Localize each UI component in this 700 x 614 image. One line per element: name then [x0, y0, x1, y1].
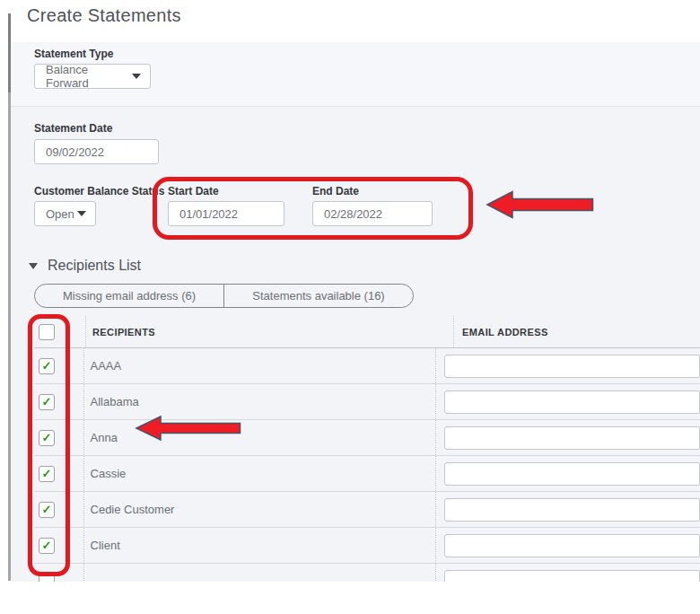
tab-statements-available[interactable]: Statements available (16) — [224, 285, 413, 307]
recipients-table-header: RECIPIENTS EMAIL ADDRESS — [34, 316, 700, 348]
recipient-name: Cedie Customer — [91, 503, 175, 516]
header-email-cell: EMAIL ADDRESS — [454, 316, 700, 347]
email-address-input[interactable] — [444, 498, 700, 522]
row-checkbox[interactable]: ✓ — [39, 430, 55, 446]
recipient-name: Cassie — [91, 467, 127, 480]
start-date-label: Start Date — [168, 185, 219, 197]
row-name-cell: Cedie Customer — [84, 492, 436, 527]
row-email-cell — [436, 564, 700, 582]
row-checkbox[interactable]: ✓ — [39, 394, 55, 410]
customer-balance-status-dropdown[interactable]: Open — [34, 201, 96, 226]
row-email-cell — [436, 456, 700, 491]
row-checkbox-cell: ✓ — [34, 420, 84, 455]
page-title: Create Statements — [27, 5, 181, 26]
recipient-name: AAAA — [91, 359, 122, 373]
row-name-cell: Cassie — [84, 456, 436, 491]
row-name-cell: Allabama — [84, 384, 436, 419]
tab-missing-email[interactable]: Missing email address (6) — [35, 285, 224, 307]
recipient-name: Anna — [91, 431, 118, 444]
row-name-cell: Client — [84, 528, 436, 563]
chevron-down-icon — [77, 211, 86, 216]
email-column-header: EMAIL ADDRESS — [462, 327, 548, 338]
row-email-cell — [436, 420, 700, 455]
row-name-cell — [84, 564, 436, 582]
chevron-down-icon — [132, 74, 141, 79]
table-row[interactable]: ✓ Allabama — [34, 384, 700, 420]
statement-type-value: Balance Forward — [46, 63, 132, 90]
email-address-input[interactable] — [444, 570, 700, 583]
statement-type-dropdown[interactable]: Balance Forward — [34, 64, 151, 89]
left-scrollbar[interactable] — [8, 13, 11, 581]
recipients-list-heading[interactable]: Recipients List — [29, 258, 141, 274]
end-date-field-box — [312, 201, 433, 226]
row-checkbox-cell: ✓ — [34, 348, 84, 383]
row-checkbox-cell: ✓ — [34, 492, 84, 527]
table-row[interactable]: ✓ Client — [34, 528, 700, 564]
end-date-label: End Date — [312, 185, 359, 197]
row-checkbox[interactable]: ✓ — [39, 358, 55, 374]
recipient-name: Allabama — [91, 395, 139, 408]
row-checkbox-cell — [34, 564, 84, 582]
email-address-input[interactable] — [444, 426, 700, 450]
row-name-cell: AAAA — [84, 348, 436, 383]
start-date-field-box — [168, 201, 284, 226]
recipients-table-rows: ✓ AAAA ✓ Allabama ✓ Anna ✓ — [34, 348, 700, 582]
select-all-checkbox[interactable] — [39, 324, 55, 340]
row-checkbox-cell: ✓ — [34, 384, 84, 419]
row-email-cell — [436, 348, 700, 383]
end-date-input[interactable] — [324, 207, 423, 221]
recipient-name: Client — [91, 539, 120, 552]
row-email-cell — [436, 384, 700, 419]
email-address-input[interactable] — [444, 534, 700, 557]
row-checkbox[interactable]: ✓ — [39, 466, 55, 482]
table-row[interactable]: ✓ Cedie Customer — [34, 492, 700, 528]
row-checkbox-cell: ✓ — [34, 528, 84, 563]
create-statements-page: Create Statements Statement Type Balance… — [0, 0, 700, 614]
customer-balance-status-label: Customer Balance Status — [34, 185, 164, 197]
row-checkbox-cell: ✓ — [34, 456, 84, 491]
row-email-cell — [436, 528, 700, 563]
email-address-input[interactable] — [444, 462, 700, 486]
tab-missing-email-label: Missing email address (6) — [63, 289, 196, 303]
header-recipients-cell: RECIPIENTS — [86, 316, 454, 347]
statement-type-label: Statement Type — [34, 48, 113, 60]
email-address-input[interactable] — [444, 355, 700, 378]
row-checkbox[interactable]: ✓ — [39, 538, 55, 554]
statement-date-input[interactable] — [46, 145, 149, 159]
statement-date-label: Statement Date — [34, 122, 112, 135]
recipients-list-title: Recipients List — [48, 258, 141, 274]
row-checkbox[interactable]: ✓ — [39, 502, 55, 518]
row-email-cell — [436, 492, 700, 527]
table-row[interactable]: ✓ AAAA — [34, 348, 700, 384]
statement-date-field-box — [34, 139, 159, 164]
customer-balance-status-value: Open — [46, 207, 74, 221]
table-row[interactable]: ✓ Anna — [34, 420, 700, 456]
row-name-cell: Anna — [84, 420, 436, 455]
header-checkbox-cell — [34, 316, 86, 347]
table-row[interactable] — [34, 564, 700, 582]
recipients-table: RECIPIENTS EMAIL ADDRESS ✓ AAAA ✓ Allaba… — [34, 316, 700, 582]
recipients-tabs: Missing email address (6) Statements ava… — [34, 284, 414, 308]
email-address-input[interactable] — [444, 390, 700, 414]
table-row[interactable]: ✓ Cassie — [34, 456, 700, 492]
start-date-input[interactable] — [179, 207, 275, 221]
tab-statements-available-label: Statements available (16) — [252, 289, 384, 303]
recipients-column-header: RECIPIENTS — [92, 327, 155, 338]
collapse-triangle-icon — [29, 263, 38, 269]
row-checkbox[interactable] — [39, 574, 55, 583]
